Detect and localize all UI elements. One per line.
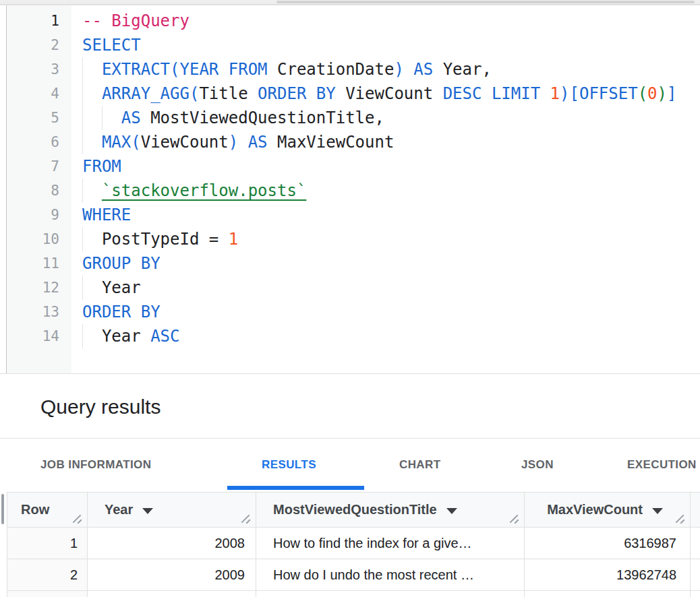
code-token: )	[229, 133, 238, 152]
table-cell: 13962748	[525, 559, 691, 591]
column-header-label: Year	[105, 502, 133, 517]
code-token: MAX(	[102, 133, 141, 152]
table-cell	[525, 591, 691, 597]
table-cell: 1	[7, 528, 88, 559]
code-token: MostViewedQuestionTitle,	[141, 108, 384, 127]
line-number: 1	[7, 9, 71, 33]
tab-job-information[interactable]: JOB INFORMATION	[40, 458, 151, 472]
code-token: Year	[82, 327, 150, 346]
indent-guide	[82, 57, 83, 82]
table-row	[7, 591, 700, 597]
indent-guide	[82, 82, 83, 106]
horizontal-scrollbar-thumb[interactable]	[276, 1, 695, 3]
code-token: Year,	[433, 60, 492, 79]
sql-editor[interactable]: 1234567891011121314 -- BigQuerySELECT EX…	[0, 5, 700, 374]
tab-chart[interactable]: CHART	[399, 458, 441, 472]
code-token: -- BigQuery	[82, 11, 189, 30]
indent-guide	[82, 324, 83, 348]
code-token	[82, 84, 102, 103]
table-cell	[256, 591, 525, 597]
code-line-6[interactable]: MAX(ViewCount) AS MaxViewCount	[71, 130, 700, 154]
code-token: PostTypeId =	[82, 230, 229, 249]
code-token: AS	[248, 133, 268, 152]
column-header-MostViewedQuestionTitle[interactable]: MostViewedQuestionTitle	[256, 493, 525, 528]
tab-execution-details[interactable]: EXECUTION DETAILS	[627, 458, 700, 472]
line-number: 11	[7, 251, 71, 276]
code-token: AS	[121, 108, 141, 127]
code-line-7[interactable]: FROM	[71, 154, 700, 179]
code-line-4[interactable]: ARRAY_AGG(Title ORDER BY ViewCount DESC …	[71, 82, 700, 106]
code-token: ASC	[150, 327, 179, 346]
table-reference-link[interactable]: `stackoverflow.posts`	[102, 181, 306, 200]
code-line-1[interactable]: -- BigQuery	[71, 9, 700, 33]
code-line-12[interactable]: Year	[71, 276, 700, 300]
editor-gutter: 1234567891011121314	[7, 5, 71, 374]
table-cell	[691, 528, 700, 559]
horizontal-scrollbar-track[interactable]	[0, 0, 700, 5]
code-line-10[interactable]: PostTypeId = 1	[71, 227, 700, 251]
column-header-MaxViewCount[interactable]: MaxViewCount	[525, 493, 691, 528]
line-number: 13	[7, 300, 71, 324]
line-number: 4	[7, 82, 71, 106]
code-token: ]	[667, 84, 676, 103]
code-line-8[interactable]: `stackoverflow.posts`	[71, 179, 700, 203]
line-number: 5	[7, 106, 71, 130]
vertical-scrollbar-thumb[interactable]	[1, 494, 4, 524]
active-tab-underline	[227, 486, 364, 490]
code-line-5[interactable]: AS MostViewedQuestionTitle,	[71, 106, 700, 130]
code-line-9[interactable]: WHERE	[71, 203, 700, 227]
tab-results[interactable]: RESULTS	[262, 458, 316, 472]
table-cell: How do I undo the most recent …	[256, 559, 525, 591]
table-row: 22009How do I undo the most recent …1396…	[7, 559, 700, 591]
code-token: MaxViewCount	[268, 133, 395, 152]
column-header-Row[interactable]: Row	[7, 493, 88, 528]
code-token: DESC LIMIT	[443, 84, 541, 103]
code-token: Title	[199, 84, 258, 103]
code-line-11[interactable]: GROUP BY	[71, 251, 700, 276]
table-cell	[7, 591, 88, 597]
code-token: EXTRACT(YEAR FROM	[102, 60, 268, 79]
code-token	[82, 60, 102, 79]
code-line-14[interactable]: Year ASC	[71, 324, 700, 348]
line-number: 3	[7, 57, 71, 82]
table-cell: 6316987	[525, 528, 691, 559]
editor-results-divider	[0, 373, 700, 374]
column-resize-handle-icon[interactable]	[674, 513, 687, 524]
table-cell: 2009	[88, 559, 256, 591]
code-token: ORDER BY	[82, 303, 161, 321]
line-number: 7	[7, 154, 71, 179]
column-resize-handle-icon[interactable]	[508, 513, 521, 524]
indent-guide	[82, 130, 83, 154]
code-line-2[interactable]: SELECT	[71, 33, 700, 57]
code-token: 1	[550, 84, 560, 103]
line-number: 6	[7, 130, 71, 154]
code-token	[238, 133, 247, 152]
results-tab-bar: JOB INFORMATIONRESULTSCHARTJSONEXECUTION…	[0, 439, 700, 490]
column-header-Year[interactable]: Year	[88, 493, 256, 528]
column-resize-handle-icon[interactable]	[240, 513, 252, 524]
results-table: RowYearMostViewedQuestionTitleMaxViewCou…	[7, 492, 700, 597]
column-header-overflow[interactable]	[691, 493, 700, 528]
code-token: CreationDate	[268, 60, 395, 79]
indent-guide	[82, 106, 83, 130]
code-token: )[OFFSET	[560, 84, 638, 103]
line-number: 10	[7, 227, 71, 251]
indent-guide	[82, 179, 83, 203]
code-line-3[interactable]: EXTRACT(YEAR FROM CreationDate) AS Year,	[71, 57, 700, 82]
column-dropdown-icon[interactable]	[142, 508, 153, 514]
code-token: WHERE	[82, 206, 131, 224]
indent-guide	[82, 227, 83, 251]
column-dropdown-icon[interactable]	[652, 508, 663, 514]
tab-json[interactable]: JSON	[521, 458, 554, 472]
query-results-title: Query results	[40, 393, 161, 421]
editor-code-area[interactable]: -- BigQuerySELECT EXTRACT(YEAR FROM Crea…	[71, 9, 700, 348]
column-resize-handle-icon[interactable]	[71, 513, 84, 524]
table-row: 12008How to find the index for a give…63…	[7, 528, 700, 559]
code-token	[82, 181, 102, 200]
column-dropdown-icon[interactable]	[446, 508, 457, 514]
line-number: 2	[7, 33, 71, 57]
code-token	[540, 84, 550, 103]
code-line-13[interactable]: ORDER BY	[71, 300, 700, 324]
table-cell: How to find the index for a give…	[256, 528, 525, 559]
code-token: )	[394, 60, 403, 79]
